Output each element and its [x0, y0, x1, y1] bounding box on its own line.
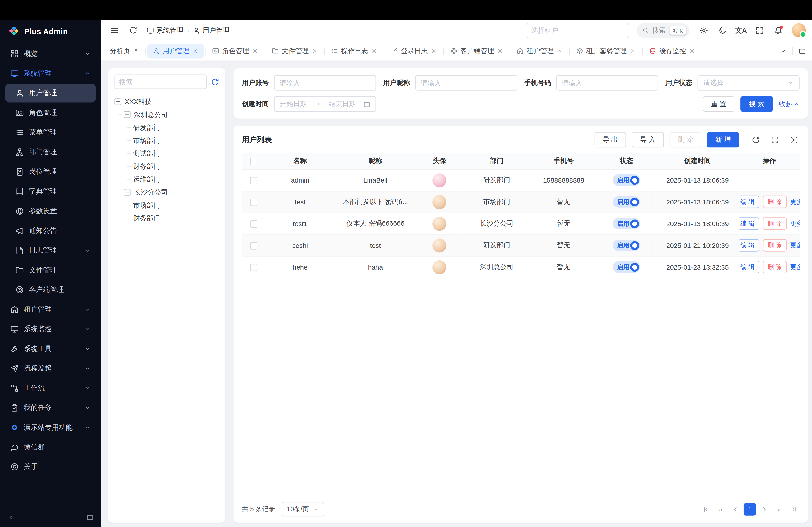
- table-refresh-button[interactable]: [750, 134, 761, 146]
- notifications-button[interactable]: [771, 23, 786, 37]
- row-delete-button[interactable]: 删 除: [763, 239, 786, 252]
- prev-5-pages-button[interactable]: «: [714, 503, 727, 515]
- row-delete-button[interactable]: 删 除: [763, 261, 786, 273]
- dark-mode-toggle[interactable]: [715, 23, 730, 37]
- edit-button[interactable]: 编 辑: [739, 239, 759, 252]
- next-page-button[interactable]: [758, 503, 770, 515]
- sidebar-item-file-mgmt[interactable]: 文件管理: [5, 261, 96, 280]
- tree-node-leaf[interactable]: 运维部门: [133, 173, 219, 186]
- sidebar-item-flow-start[interactable]: 流程发起: [5, 359, 96, 378]
- next-5-pages-button[interactable]: »: [773, 503, 785, 515]
- status-toggle[interactable]: 启用: [613, 196, 640, 208]
- settings-button[interactable]: [697, 23, 711, 37]
- page-size-select[interactable]: 10条/页: [282, 502, 324, 516]
- table-settings-button[interactable]: [788, 134, 800, 146]
- tree-node-leaf[interactable]: 财务部门: [133, 212, 219, 225]
- table-fullscreen-button[interactable]: [769, 134, 780, 146]
- status-select[interactable]: 请选择: [698, 75, 800, 91]
- tab-operation-log[interactable]: 操作日志: [326, 44, 383, 58]
- row-checkbox[interactable]: [250, 221, 257, 228]
- tree-collapse-toggle[interactable]: [124, 189, 131, 196]
- tab-login-log[interactable]: 登录日志: [385, 44, 442, 58]
- more-button[interactable]: 更多: [790, 197, 800, 206]
- sidebar-item-my-tasks[interactable]: 我的任务: [5, 398, 96, 417]
- nickname-field[interactable]: [415, 75, 517, 91]
- more-button[interactable]: 更多: [790, 241, 800, 250]
- tab-role-mgmt[interactable]: 角色管理: [207, 44, 264, 58]
- refresh-page-button[interactable]: [126, 23, 140, 37]
- row-checkbox[interactable]: [250, 199, 257, 206]
- edit-button[interactable]: 编 辑: [739, 196, 759, 208]
- current-page-button[interactable]: 1: [744, 503, 756, 515]
- sidebar-item-system[interactable]: 系统管理: [5, 64, 96, 83]
- phone-field[interactable]: [556, 75, 658, 91]
- sidebar-item-wechat-group[interactable]: 微信群: [5, 438, 96, 456]
- tree-node-branch[interactable]: 长沙分公司: [124, 186, 219, 199]
- phone-input[interactable]: [562, 79, 653, 87]
- sidebar-item-system-tools[interactable]: 系统工具: [5, 340, 96, 358]
- tab-list-dropdown-button[interactable]: [777, 44, 790, 58]
- global-search[interactable]: 搜索 ⌘ K: [636, 23, 689, 37]
- sidebar-item-dept-mgmt[interactable]: 部门管理: [5, 143, 96, 162]
- sidebar-item-log-mgmt[interactable]: 日志管理: [5, 241, 96, 260]
- tree-node-leaf[interactable]: 研发部门: [133, 121, 219, 134]
- user-avatar[interactable]: [792, 23, 806, 37]
- sidebar-pin-button[interactable]: [86, 514, 93, 521]
- tab-tenant-package-mgmt[interactable]: 租户套餐管理: [571, 44, 641, 58]
- row-delete-button[interactable]: 删 除: [763, 196, 786, 208]
- close-icon[interactable]: [312, 48, 317, 54]
- close-icon[interactable]: [557, 48, 562, 54]
- tree-collapse-toggle[interactable]: [114, 98, 121, 105]
- sidebar-item-notice[interactable]: 通知公告: [5, 222, 96, 240]
- tab-user-mgmt[interactable]: 用户管理: [147, 44, 204, 58]
- edit-button[interactable]: 编 辑: [739, 261, 759, 273]
- tree-node-branch[interactable]: 深圳总公司: [124, 108, 219, 121]
- add-button[interactable]: 新 增: [707, 132, 739, 147]
- last-page-button[interactable]: [787, 503, 800, 515]
- tab-cache-monitor[interactable]: 缓存监控: [644, 44, 701, 58]
- prev-page-button[interactable]: [729, 503, 742, 515]
- select-all-checkbox[interactable]: [250, 158, 257, 165]
- tree-search-input[interactable]: [119, 78, 202, 86]
- tenant-select-input[interactable]: [531, 26, 623, 34]
- tree-node-leaf[interactable]: 市场部门: [133, 199, 219, 212]
- row-delete-button[interactable]: 删 除: [763, 217, 786, 230]
- row-checkbox[interactable]: [250, 177, 257, 184]
- nickname-input[interactable]: [421, 79, 511, 87]
- pin-icon[interactable]: [133, 48, 139, 54]
- date-range-picker[interactable]: 开始日期 结束日期: [274, 96, 376, 112]
- sidebar-item-menu-mgmt[interactable]: 菜单管理: [5, 123, 96, 142]
- row-checkbox[interactable]: [250, 264, 257, 271]
- export-button[interactable]: 导 出: [594, 132, 626, 147]
- tab-file-mgmt[interactable]: 文件管理: [266, 44, 323, 58]
- close-icon[interactable]: [431, 48, 436, 54]
- reset-button[interactable]: 重 置: [702, 96, 735, 112]
- more-button[interactable]: 更多: [790, 219, 800, 228]
- delete-button[interactable]: 删 除: [669, 132, 701, 147]
- tree-collapse-toggle[interactable]: [124, 111, 131, 118]
- sidebar-item-role-mgmt[interactable]: 角色管理: [5, 104, 96, 122]
- tree-refresh-button[interactable]: [211, 78, 219, 86]
- sidebar-collapse-button[interactable]: [7, 514, 14, 521]
- language-button[interactable]: 文A: [734, 23, 748, 37]
- close-icon[interactable]: [252, 48, 258, 54]
- sidebar-item-system-monitor[interactable]: 系统监控: [5, 320, 96, 338]
- tree-node-leaf[interactable]: 测试部门: [133, 147, 219, 160]
- status-toggle[interactable]: 启用: [613, 175, 640, 186]
- row-checkbox[interactable]: [250, 242, 257, 249]
- import-button[interactable]: 导 入: [632, 132, 664, 147]
- first-page-button[interactable]: [700, 503, 712, 515]
- fullscreen-button[interactable]: [752, 23, 767, 37]
- collapse-filters-link[interactable]: 收起: [779, 100, 800, 109]
- sidebar-item-demo-features[interactable]: 演示站专用功能: [5, 418, 96, 437]
- status-toggle[interactable]: 启用: [613, 240, 640, 251]
- tree-node-leaf[interactable]: 财务部门: [133, 160, 219, 173]
- account-field[interactable]: [274, 75, 376, 91]
- status-toggle[interactable]: 启用: [613, 261, 640, 273]
- close-icon[interactable]: [497, 48, 503, 54]
- sidebar-item-workflow[interactable]: 工作流: [5, 379, 96, 397]
- tab-tenant-mgmt[interactable]: 租户管理: [511, 44, 568, 58]
- sidebar-item-param-settings[interactable]: 参数设置: [5, 202, 96, 221]
- tab-client-mgmt[interactable]: 客户端管理: [445, 44, 508, 58]
- status-toggle[interactable]: 启用: [613, 218, 640, 229]
